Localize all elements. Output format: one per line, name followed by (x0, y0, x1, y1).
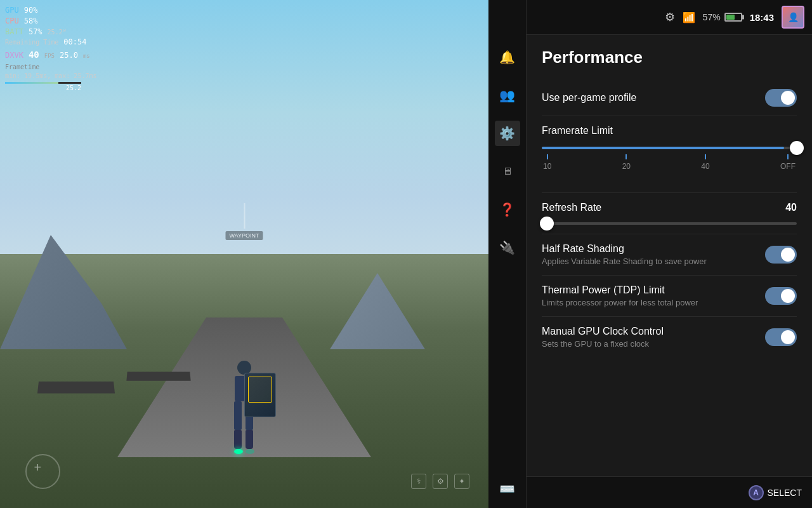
framerate-slider-markers: 10 20 40 OFF (542, 154, 797, 171)
thermal-power-toggle[interactable] (765, 287, 797, 305)
hud-icon-1: ⚕ (411, 474, 426, 489)
refresh-rate-label: Refresh Rate (542, 202, 601, 213)
framerate-slider-fill (542, 147, 784, 149)
glow-boot-left (234, 449, 243, 454)
page-title: Performance (542, 48, 797, 67)
marker-tick-20 (625, 154, 627, 159)
refresh-slider-container (542, 222, 797, 225)
player-character (234, 361, 254, 454)
toggle-thumb (781, 289, 795, 303)
char-torso (235, 376, 254, 401)
sidebar-item-notifications[interactable]: 🔔 (495, 44, 520, 70)
half-rate-shading-sublabel: Applies Variable Rate Shading to save po… (542, 257, 765, 266)
help-icon: ❓ (499, 202, 515, 217)
hud-batt-time: 00:54 (63, 37, 86, 48)
hud-icon-2: ⚙ (433, 474, 448, 489)
waypoint-marker: WAYPOINT (226, 203, 263, 240)
refresh-slider-track (542, 222, 797, 225)
toggle-thumb (781, 330, 795, 344)
main-content: ⚙ 📶 57% 18:43 👤 Performance Use per-game… (527, 0, 812, 508)
glow-boot-right (246, 449, 254, 454)
char-leg-left-lower (234, 430, 242, 449)
platform-left (37, 382, 115, 394)
top-bar: ⚙ 📶 57% 18:43 👤 (527, 0, 812, 35)
hud-ms-unit: ms (83, 52, 90, 60)
battery-percentage: 57% (703, 12, 721, 22)
settings-panel[interactable]: Performance Use per-game profile Framera… (527, 35, 812, 476)
manual-gpu-toggle[interactable] (765, 328, 797, 346)
hud-batt-power: 25.2ᵂ (48, 28, 67, 37)
framerate-limit-section: Framerate Limit 10 20 (542, 116, 797, 193)
char-leg-right-lower (246, 430, 253, 449)
thermal-power-label: Thermal Power (TDP) Limit (542, 284, 765, 296)
sidebar-item-help[interactable]: ❓ (495, 197, 520, 222)
refresh-rate-header: Refresh Rate 40 (542, 202, 797, 213)
marker-tick-off (787, 154, 789, 159)
framerate-slider-thumb[interactable] (790, 141, 804, 155)
marker-off: OFF (780, 154, 796, 171)
keyboard-icon: ⌨️ (499, 481, 515, 497)
half-rate-shading-row: Half Rate Shading Applies Variable Rate … (542, 234, 797, 276)
user-avatar[interactable]: 👤 (782, 6, 804, 29)
marker-tick-40 (705, 154, 706, 159)
gear-icon: ⚙️ (499, 126, 515, 141)
a-button-icon: A (749, 485, 764, 500)
avatar-image: 👤 (788, 12, 799, 22)
marker-40: 40 (701, 154, 709, 171)
hud-batt-label: BATT (5, 27, 23, 37)
marker-label-20: 20 (622, 162, 631, 171)
char-backpack (244, 373, 276, 417)
settings-gear-icon[interactable]: ⚙ (665, 10, 675, 24)
marker-tick-10 (547, 154, 548, 159)
refresh-slider-thumb[interactable] (540, 217, 554, 231)
manual-gpu-row: Manual GPU Clock Control Sets the GPU to… (542, 317, 797, 358)
marker-20: 20 (622, 154, 631, 171)
sidebar-item-users[interactable]: 👥 (495, 83, 520, 108)
hud-bar-fill (5, 82, 58, 84)
manual-gpu-label: Manual GPU Clock Control (542, 326, 765, 337)
sidebar-item-display[interactable]: 🖥 (495, 159, 520, 184)
half-rate-shading-toggle[interactable] (765, 246, 797, 264)
marker-label-40: 40 (701, 162, 709, 171)
hud-frametime-detail: min: 19.5ms, max: 25.7ms (5, 72, 97, 81)
platform-right (126, 372, 190, 381)
hud-frametime-bar (5, 82, 81, 84)
refresh-rate-value: 40 (785, 202, 797, 213)
bottom-bar: A SELECT (527, 476, 812, 508)
sidebar-item-settings[interactable]: ⚙️ (495, 121, 520, 146)
battery-icon (724, 13, 742, 22)
framerate-slider-track (542, 147, 797, 149)
sidebar-item-keyboard[interactable]: ⌨️ (495, 476, 520, 502)
hud-cpu-value: 58% (24, 16, 38, 27)
half-rate-shading-label: Half Rate Shading (542, 243, 765, 255)
toggle-thumb (781, 248, 795, 262)
hud-batt-value: 57% (29, 27, 43, 37)
display-icon: 🖥 (502, 166, 513, 177)
bell-icon: 🔔 (499, 50, 515, 65)
crosshair (37, 465, 49, 478)
per-game-profile-label: Use per-game profile (542, 92, 765, 104)
half-rate-shading-info: Half Rate Shading Applies Variable Rate … (542, 243, 765, 266)
marker-label-10: 10 (543, 162, 551, 171)
power-icon: 🔌 (499, 240, 515, 255)
right-panel: 🔔 👥 ⚙️ 🖥 ❓ 🔌 ⌨️ ⚙ 📶 57% (488, 0, 812, 508)
hud-dxvk-ms: 25.0 (60, 50, 78, 61)
hud-dxvk-fps: 40 (29, 49, 39, 62)
framerate-limit-label: Framerate Limit (542, 125, 797, 137)
hud-cpu-label: CPU (5, 16, 19, 27)
users-icon: 👥 (499, 88, 515, 103)
framerate-slider-container: 10 20 40 OFF (542, 147, 797, 184)
char-leg-left-upper (234, 401, 242, 430)
hud-frametime-val: 25.2 (5, 84, 81, 93)
hud-icon-3: ✦ (454, 474, 469, 489)
battery-fill (726, 15, 735, 20)
per-game-profile-toggle[interactable] (765, 89, 797, 107)
manual-gpu-sublabel: Sets the GPU to a fixed clock (542, 339, 765, 349)
refresh-rate-section: Refresh Rate 40 (542, 193, 797, 234)
thermal-power-info: Thermal Power (TDP) Limit Limits process… (542, 284, 765, 307)
marker-10: 10 (543, 154, 551, 171)
select-button[interactable]: A SELECT (749, 485, 802, 500)
sidebar-item-power[interactable]: 🔌 (495, 235, 520, 260)
battery-indicator: 57% (703, 12, 742, 22)
hud-overlay: GPU 90% CPU 58% BATT 57% 25.2ᵂ Remaining… (5, 5, 97, 93)
